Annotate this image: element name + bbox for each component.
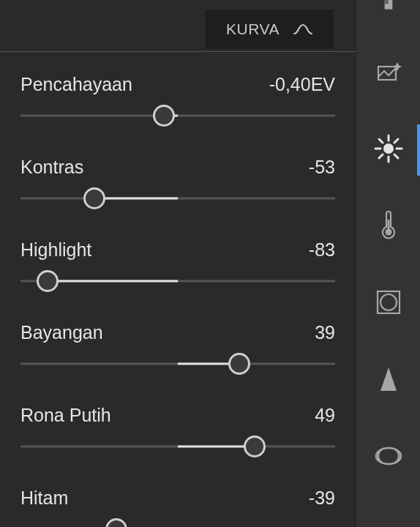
- svg-marker-16: [380, 367, 397, 391]
- slider-thumb[interactable]: [228, 353, 250, 375]
- slider-label: Hitam: [20, 487, 68, 509]
- svg-line-8: [379, 139, 383, 143]
- light-icon: [374, 134, 403, 166]
- slider-pencahayaan: Pencahayaan -0,40EV: [20, 74, 335, 123]
- slider-rona-putih: Rona Putih 49: [20, 405, 335, 454]
- svg-line-10: [379, 154, 383, 158]
- curve-button-label: KURVA: [226, 20, 280, 38]
- adjustments-panel: KURVA Pencahayaan -0,40EV Kontras -53 Hi…: [0, 0, 356, 527]
- svg-line-11: [394, 139, 398, 143]
- slider-track[interactable]: [20, 274, 335, 288]
- slider-thumb[interactable]: [153, 105, 175, 127]
- light-icon-button[interactable]: [356, 132, 421, 168]
- panel-header: KURVA: [0, 0, 356, 51]
- slider-track[interactable]: [20, 356, 335, 371]
- svg-line-9: [394, 154, 398, 158]
- slider-thumb[interactable]: [105, 518, 127, 527]
- slider-track[interactable]: [20, 108, 335, 123]
- slider-header: Rona Putih 49: [20, 405, 335, 426]
- slider-value[interactable]: -53: [309, 157, 335, 178]
- crop-icon-button[interactable]: [356, 0, 421, 15]
- vignette-icon-button[interactable]: [356, 285, 421, 322]
- slider-label: Highlight: [20, 239, 91, 261]
- auto-enhance-icon: [375, 61, 402, 86]
- slider-hitam: Hitam -39: [20, 487, 335, 527]
- curve-icon: [293, 22, 313, 37]
- svg-rect-1: [384, 0, 388, 4]
- sharpen-icon-button[interactable]: [356, 362, 421, 399]
- slider-header: Highlight -83: [20, 239, 335, 261]
- svg-point-15: [380, 294, 397, 310]
- slider-thumb[interactable]: [83, 187, 105, 209]
- crop-icon: [378, 0, 400, 16]
- slider-track[interactable]: [20, 522, 335, 527]
- track-fill: [94, 198, 178, 200]
- curve-button[interactable]: KURVA: [206, 10, 334, 49]
- slider-kontras: Kontras -53: [20, 157, 335, 206]
- slider-thumb[interactable]: [37, 270, 59, 292]
- auto-enhance-icon-button[interactable]: [356, 55, 421, 91]
- track-base: [20, 198, 335, 200]
- temperature-icon: [380, 211, 397, 243]
- slider-label: Rona Putih: [20, 405, 111, 426]
- slider-label: Bayangan: [20, 322, 103, 343]
- slider-value[interactable]: -0,40EV: [269, 74, 335, 95]
- lens-icon: [375, 446, 402, 468]
- sliders-container: Pencahayaan -0,40EV Kontras -53 Highligh…: [0, 52, 356, 527]
- slider-value[interactable]: -39: [309, 487, 335, 509]
- slider-value[interactable]: 49: [315, 405, 335, 426]
- slider-track[interactable]: [20, 191, 335, 206]
- slider-label: Pencahayaan: [20, 74, 132, 95]
- slider-header: Pencahayaan -0,40EV: [20, 74, 335, 95]
- track-base: [20, 115, 335, 117]
- slider-value[interactable]: -83: [309, 239, 335, 261]
- slider-header: Bayangan 39: [20, 322, 335, 343]
- slider-bayangan: Bayangan 39: [20, 322, 335, 371]
- slider-header: Kontras -53: [20, 157, 335, 178]
- slider-value[interactable]: 39: [315, 322, 335, 343]
- slider-highlight: Highlight -83: [20, 239, 335, 288]
- svg-point-3: [383, 143, 394, 154]
- tool-rail: [356, 0, 420, 527]
- slider-label: Kontras: [20, 157, 83, 178]
- slider-thumb[interactable]: [244, 436, 266, 457]
- slider-header: Hitam -39: [20, 487, 335, 509]
- slider-track[interactable]: [20, 439, 335, 454]
- track-fill: [48, 280, 178, 283]
- vignette-icon: [376, 290, 401, 318]
- temperature-icon-button[interactable]: [356, 209, 421, 245]
- sharpen-icon: [379, 366, 398, 395]
- lens-icon-button[interactable]: [356, 439, 421, 476]
